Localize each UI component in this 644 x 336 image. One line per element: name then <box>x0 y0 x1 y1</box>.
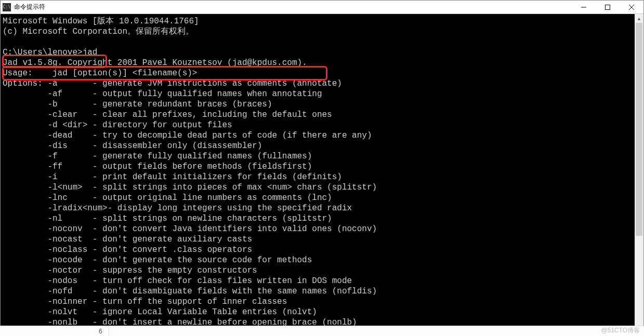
terminal-output: Microsoft Windows [版本 10.0.19044.1766] (… <box>1 14 643 328</box>
statusbar-number: 6 <box>93 326 109 336</box>
titlebar-left: C:\ 命令提示符 <box>1 3 45 11</box>
scroll-up-button[interactable]: ▲ <box>635 14 643 23</box>
minimize-button[interactable] <box>572 1 596 14</box>
svg-rect-1 <box>606 5 610 9</box>
scroll-track[interactable] <box>635 23 643 327</box>
scroll-thumb[interactable] <box>636 23 642 236</box>
window-title: 命令提示符 <box>14 3 45 11</box>
cmd-window: C:\ 命令提示符 Microsoft Windows [版本 10.0.190… <box>0 0 644 336</box>
watermark: @51CTO博客 <box>601 326 640 335</box>
window-controls <box>572 1 643 14</box>
vertical-scrollbar[interactable]: ▲ ▼ <box>635 14 643 335</box>
maximize-button[interactable] <box>596 1 620 14</box>
close-button[interactable] <box>620 1 643 14</box>
app-icon: C:\ <box>3 3 11 11</box>
titlebar[interactable]: C:\ 命令提示符 <box>1 1 643 14</box>
editor-statusbar: 6 <box>0 326 644 336</box>
terminal-area[interactable]: Microsoft Windows [版本 10.0.19044.1766] (… <box>1 14 643 335</box>
